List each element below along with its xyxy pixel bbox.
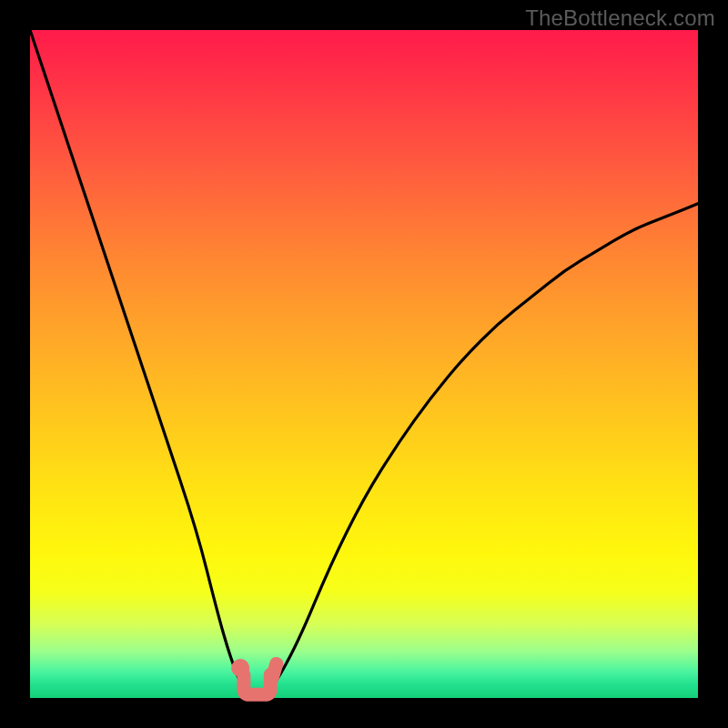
plot-area — [30, 30, 698, 698]
watermark-text: TheBottleneck.com — [525, 5, 715, 31]
bottleneck-curve — [30, 30, 698, 698]
chart-frame: TheBottleneck.com — [0, 0, 728, 728]
curve-layer — [30, 30, 698, 698]
